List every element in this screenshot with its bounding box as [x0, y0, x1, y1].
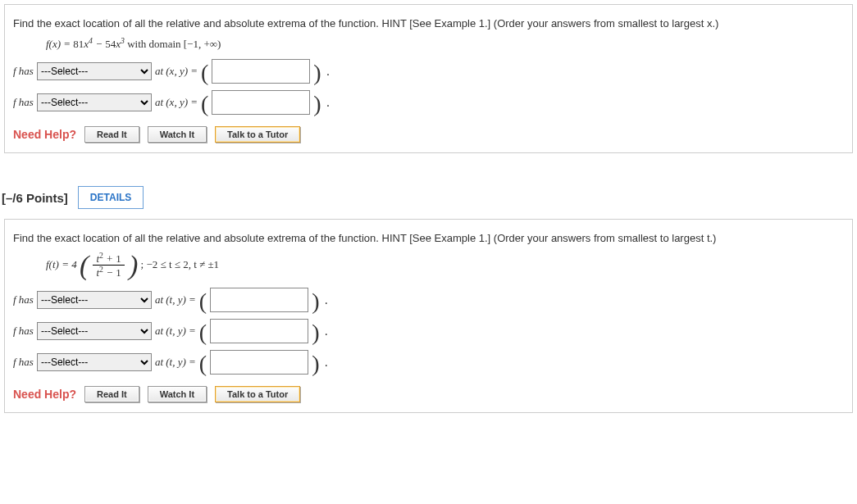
- q1-row2-select[interactable]: ---Select---: [37, 93, 152, 111]
- q2-row3-at: at (t, y) =: [155, 356, 196, 369]
- q1-func-prefix: f(x) =: [46, 38, 73, 50]
- talk-to-tutor-button[interactable]: Talk to a Tutor: [215, 386, 300, 402]
- q2-row3-prefix: f has: [13, 356, 34, 369]
- q2-answer-row-2: f has ---Select--- at (t, y) = ( ) .: [13, 319, 844, 343]
- need-help-label: Need Help?: [13, 388, 76, 401]
- read-it-button[interactable]: Read It: [84, 126, 139, 143]
- q2-function: f(t) = 4 ( t2 + 1 t2 − 1 ) ; −2 ≤ t ≤ 2,…: [46, 252, 844, 279]
- q1-row1-select[interactable]: ---Select---: [37, 62, 152, 80]
- q2-row2-at: at (t, y) =: [155, 325, 196, 338]
- q2-row3-select[interactable]: ---Select---: [37, 353, 152, 371]
- q2-row2-prefix: f has: [13, 325, 34, 338]
- q1-row1-input[interactable]: [212, 59, 310, 84]
- q2-answer-row-1: f has ---Select--- at (t, y) = ( ) .: [13, 288, 844, 312]
- q2-answer-row-3: f has ---Select--- at (t, y) = ( ) .: [13, 350, 844, 375]
- q1-row2-prefix: f has: [13, 96, 34, 109]
- period: .: [325, 355, 328, 370]
- q2-row1-select[interactable]: ---Select---: [37, 291, 152, 309]
- period: .: [326, 95, 330, 110]
- watch-it-button[interactable]: Watch It: [148, 126, 207, 143]
- read-it-button[interactable]: Read It: [84, 386, 139, 402]
- section-header: [–/6 Points] DETAILS: [2, 186, 850, 209]
- q2-prompt: Find the exact location of all the relat…: [13, 229, 844, 247]
- q2-frac-num: t2 + 1: [96, 252, 121, 265]
- watch-it-button[interactable]: Watch It: [148, 386, 207, 402]
- q1-answer-row-1: f has ---Select--- at (x, y) = ( ) .: [13, 59, 844, 84]
- question-2: Find the exact location of all the relat…: [4, 219, 853, 412]
- q2-frac-den: t2 − 1: [96, 266, 121, 279]
- q2-row1-at: at (t, y) =: [155, 293, 196, 306]
- q1-function: f(x) = 81x4 − 54x3 with domain [−1, +∞): [46, 36, 844, 51]
- q2-fraction: t2 + 1 t2 − 1: [93, 252, 124, 279]
- period: .: [326, 64, 330, 79]
- q2-row2-input[interactable]: [210, 319, 308, 343]
- details-button[interactable]: DETAILS: [78, 186, 144, 209]
- q1-prompt: Find the exact location of all the relat…: [13, 15, 844, 33]
- q1-row1-prefix: f has: [13, 65, 34, 78]
- q2-row3-input[interactable]: [210, 350, 308, 375]
- question-1: Find the exact location of all the relat…: [4, 4, 853, 153]
- period: .: [325, 324, 328, 338]
- q2-row1-prefix: f has: [13, 293, 34, 306]
- q1-row2-at: at (x, y) =: [155, 96, 198, 109]
- need-help-label: Need Help?: [13, 128, 76, 141]
- q1-domain: with domain [−1, +∞): [127, 38, 221, 50]
- talk-to-tutor-button[interactable]: Talk to a Tutor: [215, 126, 300, 143]
- q2-row1-input[interactable]: [210, 288, 308, 312]
- q1-row1-at: at (x, y) =: [155, 65, 198, 78]
- section-points: [–/6 Points]: [2, 191, 68, 205]
- period: .: [325, 293, 328, 307]
- q2-domain: ; −2 ≤ t ≤ 2, t ≠ ±1: [141, 258, 219, 270]
- q1-answer-row-2: f has ---Select--- at (x, y) = ( ) .: [13, 90, 844, 115]
- q1-help-row: Need Help? Read It Watch It Talk to a Tu…: [13, 126, 844, 143]
- q2-help-row: Need Help? Read It Watch It Talk to a Tu…: [13, 386, 844, 402]
- q2-func-prefix: f(t) = 4: [46, 258, 77, 270]
- q1-row2-input[interactable]: [212, 90, 310, 115]
- q2-row2-select[interactable]: ---Select---: [37, 322, 152, 340]
